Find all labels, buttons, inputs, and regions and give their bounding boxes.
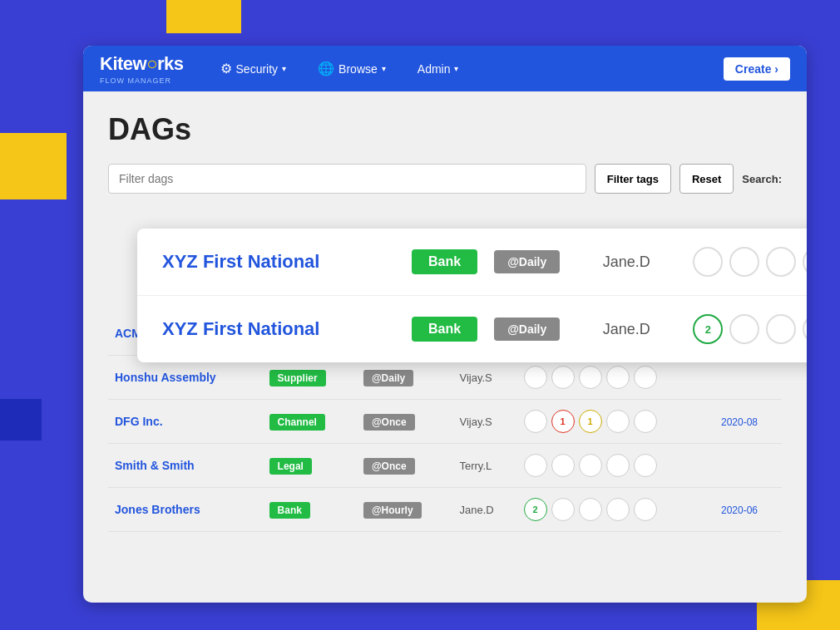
- table-owner: Vijay.S: [459, 416, 492, 428]
- status-circle: [634, 410, 657, 433]
- status-circle: [579, 366, 602, 389]
- status-circle: [606, 366, 630, 389]
- status-circle: [551, 366, 575, 389]
- status-circle: [693, 247, 723, 277]
- chevron-down-icon: ▾: [282, 64, 286, 73]
- reset-button[interactable]: Reset: [679, 164, 734, 194]
- page-title: DAGs: [108, 112, 782, 147]
- status-circle: [634, 366, 657, 389]
- table-schedule-badge: @Hourly: [363, 502, 422, 519]
- search-label: Search:: [742, 173, 782, 185]
- status-circle: 2: [524, 498, 547, 521]
- gear-icon: ⚙: [220, 61, 232, 76]
- table-schedule-badge: @Daily: [363, 370, 413, 386]
- status-circle: [803, 247, 807, 277]
- popup-row: XYZ First National Bank @Daily Jane.D: [137, 229, 807, 296]
- table-circles: [524, 366, 708, 389]
- filter-dags-input[interactable]: [108, 164, 586, 194]
- create-label: Create: [735, 62, 772, 76]
- popup-card: XYZ First National Bank @Daily Jane.D XY…: [137, 229, 807, 362]
- table-dag-link[interactable]: Smith & Smith: [115, 459, 195, 472]
- status-circle: [524, 366, 547, 389]
- create-button[interactable]: Create ›: [724, 57, 790, 81]
- logo: Kitew○rks FLOW MANAGER: [100, 53, 184, 85]
- popup-row: XYZ First National Bank @Daily Jane.D 2: [137, 296, 807, 362]
- table-tag-badge: Bank: [269, 502, 310, 519]
- circle-group: [693, 247, 807, 277]
- status-circle: [634, 498, 657, 521]
- tag-badge: Bank: [412, 317, 477, 342]
- status-circle: [803, 314, 807, 344]
- status-circle: [766, 247, 796, 277]
- bg-deco-blue-left: [0, 399, 42, 441]
- table-tag-badge: Supplier: [269, 370, 326, 386]
- circle-group: 2: [693, 314, 807, 344]
- chevron-right-icon: ›: [774, 62, 778, 76]
- table-row: Jones Brothers Bank @Hourly Jane.D 2 202…: [108, 488, 782, 532]
- table-schedule-badge: @Once: [363, 458, 415, 475]
- status-circle: [766, 314, 796, 344]
- nav-security[interactable]: ⚙ Security ▾: [209, 56, 299, 81]
- dag-name-link[interactable]: XYZ First National: [162, 318, 395, 340]
- browse-label: Browse: [338, 62, 378, 76]
- status-circle: [606, 410, 630, 433]
- chevron-down-icon-admin: ▾: [454, 64, 458, 73]
- status-circle: [579, 454, 602, 477]
- filter-tags-button[interactable]: Filter tags: [595, 164, 671, 194]
- table-schedule-badge: @Once: [363, 414, 415, 431]
- table-date: 2020-08: [721, 416, 758, 428]
- table-date: 2020-06: [721, 504, 758, 516]
- logo-text: Kitew○rks: [100, 53, 184, 75]
- table-dag-link[interactable]: Jones Brothers: [115, 503, 200, 516]
- table-circles: [524, 454, 708, 477]
- nav-browse[interactable]: 🌐 Browse ▾: [306, 56, 398, 81]
- status-circle: [551, 454, 575, 477]
- status-circle: [729, 247, 759, 277]
- content-area: DAGs Filter tags Reset Search:: [83, 91, 807, 227]
- flow-manager-label: FLOW MANAGER: [100, 76, 184, 85]
- dag-name-link[interactable]: XYZ First National: [162, 251, 395, 273]
- table-tag-badge: Channel: [269, 414, 325, 431]
- admin-label: Admin: [418, 62, 451, 76]
- security-label: Security: [236, 62, 279, 76]
- table-row: Smith & Smith Legal @Once Terry.L: [108, 444, 782, 488]
- bg-deco-yellow-left: [0, 133, 67, 199]
- chevron-down-icon-browse: ▾: [382, 64, 386, 73]
- status-circle: [524, 410, 547, 433]
- status-circle: 1: [551, 410, 575, 433]
- owner-text: Jane.D: [576, 253, 676, 271]
- status-circle: 1: [579, 410, 602, 433]
- nav-admin[interactable]: Admin ▾: [406, 57, 471, 81]
- schedule-badge: @Daily: [494, 250, 560, 273]
- owner-text: Jane.D: [576, 321, 676, 338]
- navbar: Kitew○rks FLOW MANAGER ⚙ Security ▾ 🌐 Br…: [83, 46, 807, 91]
- status-circle: [729, 314, 759, 344]
- status-circle: [524, 454, 547, 477]
- table-circles: 11: [524, 410, 708, 433]
- table-tag-badge: Legal: [269, 458, 312, 475]
- status-circle: [579, 498, 602, 521]
- status-circle: 2: [693, 314, 723, 344]
- table-owner: Terry.L: [459, 460, 492, 472]
- bg-deco-yellow-top: [166, 0, 241, 33]
- table-owner: Vijay.S: [459, 372, 492, 384]
- schedule-badge: @Daily: [494, 317, 560, 341]
- table-row: DFG Inc. Channel @Once Vijay.S 11 2020-0…: [108, 400, 782, 444]
- table-dag-link[interactable]: Honshu Assembly: [115, 371, 216, 384]
- table-owner: Jane.D: [459, 504, 493, 516]
- logo-container: Kitew○rks FLOW MANAGER: [100, 53, 184, 85]
- status-circle: [634, 454, 657, 477]
- search-bar: Filter tags Reset Search:: [108, 164, 782, 194]
- status-circle: [606, 498, 630, 521]
- status-circle: [551, 498, 575, 521]
- status-circle: [606, 454, 630, 477]
- main-card: Kitew○rks FLOW MANAGER ⚙ Security ▾ 🌐 Br…: [83, 46, 807, 603]
- globe-icon: 🌐: [318, 61, 334, 76]
- table-dag-link[interactable]: DFG Inc.: [115, 415, 163, 428]
- tag-badge: Bank: [412, 249, 477, 274]
- table-circles: 2: [524, 498, 708, 521]
